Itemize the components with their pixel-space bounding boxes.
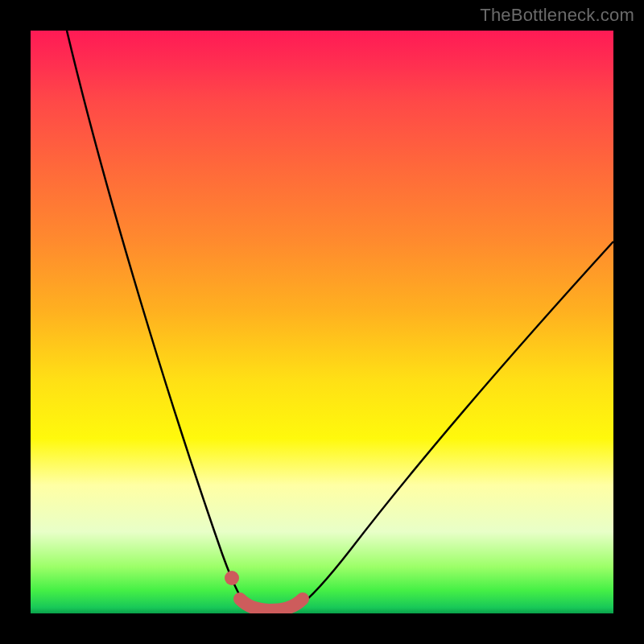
watermark-text: TheBottleneck.com bbox=[480, 5, 634, 26]
bottleneck-curve bbox=[67, 31, 613, 610]
plot-area bbox=[31, 31, 613, 613]
image-frame: TheBottleneck.com bbox=[0, 0, 644, 644]
optimal-start-dot bbox=[225, 571, 239, 585]
optimal-band bbox=[240, 599, 303, 610]
curve-layer bbox=[31, 31, 613, 613]
